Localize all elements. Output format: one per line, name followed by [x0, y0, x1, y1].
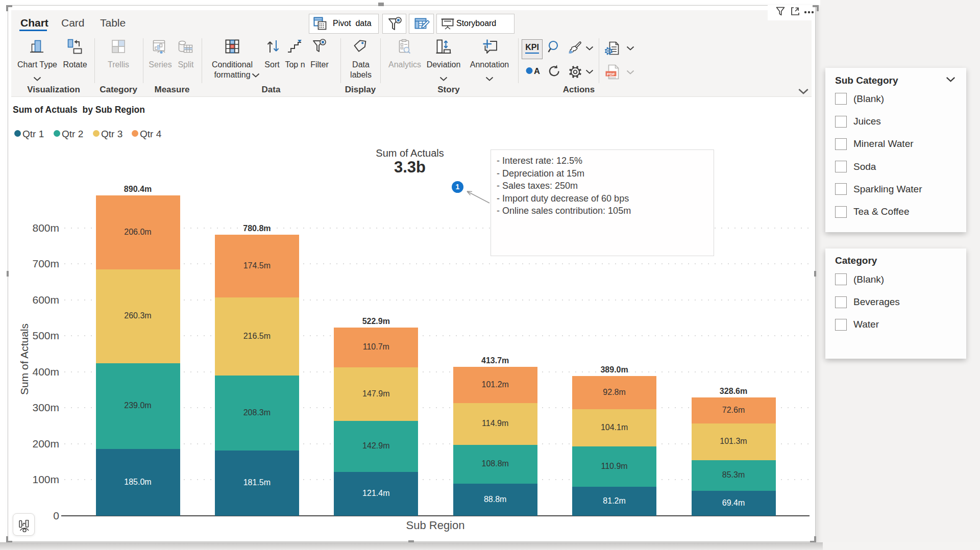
svg-text:PDF: PDF	[607, 72, 615, 77]
svg-text:A: A	[534, 66, 540, 75]
